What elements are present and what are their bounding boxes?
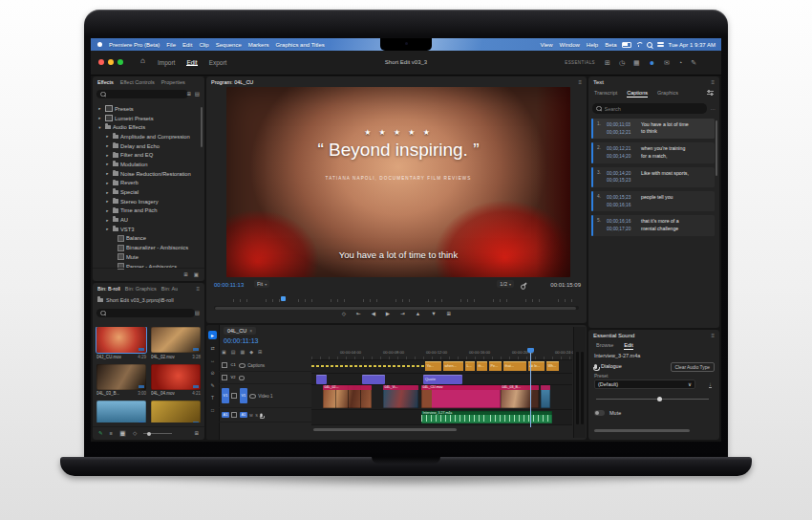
disclosure-triangle-icon[interactable]: ▸ — [105, 199, 110, 204]
program-scrollbar[interactable] — [214, 306, 579, 310]
mute-track-button[interactable]: M — [249, 413, 252, 418]
effects-tree-item[interactable]: ▸ Stereo Imagery — [95, 197, 200, 206]
menu-item[interactable]: Clip — [199, 42, 208, 48]
effects-tree-item[interactable]: Balance — [95, 234, 200, 244]
playhead-handle[interactable] — [527, 348, 534, 353]
track-badge[interactable]: A1 — [240, 412, 247, 418]
panel-title[interactable]: Text — [593, 79, 604, 85]
effects-tree-item[interactable]: ▸ Special — [95, 187, 200, 197]
disclosure-triangle-icon[interactable]: ▸ — [105, 190, 110, 195]
media-clip[interactable]: 04J_CU.mov 4:29 — [96, 327, 146, 359]
track-badge[interactable]: C1 — [230, 362, 237, 368]
thumbnail-view-icon[interactable]: ▦ — [119, 430, 126, 438]
more-options-icon[interactable]: … — [711, 106, 716, 112]
caption-clip[interactable]: Yo... — [425, 361, 441, 371]
effects-tree-item[interactable]: ▸ Filter and EQ — [95, 150, 200, 160]
zoom-fit-dropdown[interactable]: Fit▾ — [254, 280, 269, 288]
sound-panel-tab[interactable]: Browse — [596, 342, 613, 348]
voiceover-record-icon[interactable] — [261, 413, 263, 417]
spotlight-search-icon[interactable] — [647, 42, 652, 48]
effects-tree-item[interactable]: ▸ Time and Pitch — [95, 206, 200, 216]
video2-track[interactable]: Quote — [311, 374, 572, 385]
caption-clip[interactable]: that... — [503, 361, 526, 371]
media-clip[interactable] — [96, 401, 146, 422]
hand-tool[interactable]: □ — [208, 405, 217, 414]
video-clip[interactable] — [541, 385, 550, 408]
menubar-clock[interactable]: Tue Apr 1 9:37 AM — [669, 42, 716, 48]
workspace-overlay-icon[interactable]: ⊞ — [605, 59, 610, 66]
track-badge[interactable]: V1 — [240, 388, 247, 403]
overwrite-icon[interactable]: ▤ — [231, 350, 236, 355]
timeline-scrollbar[interactable] — [313, 428, 457, 431]
media-clip[interactable]: 04L_04.mov 4:21 — [151, 364, 201, 397]
view-tab[interactable]: Edit — [186, 55, 197, 70]
caption-settings-icon[interactable] — [707, 91, 714, 96]
menu-item[interactable]: Help — [587, 42, 598, 48]
edit-pencil-icon[interactable]: ✎ — [98, 431, 103, 437]
lock-icon[interactable] — [222, 362, 227, 368]
effects-tree-item[interactable]: ▸ Reverb — [95, 179, 200, 188]
caption-clip[interactable]: L... — [465, 361, 475, 371]
clip-thumbnail[interactable] — [151, 401, 201, 422]
video-clip[interactable]: 04L_03_B... — [501, 385, 539, 408]
export-frame-icon[interactable]: ⊞ — [447, 312, 452, 317]
graphic-clip[interactable] — [362, 375, 385, 384]
audio-clip[interactable]: Interview_3-27.m4a — [421, 411, 552, 423]
caption-text[interactable]: You have a lot of time to think — [641, 121, 689, 136]
effects-tree-item[interactable]: Mute — [95, 252, 200, 262]
media-clip[interactable]: 04L_02.mov 3:28 — [151, 327, 201, 359]
caption-text[interactable]: that it's more of a mental challenge — [641, 218, 689, 232]
panel-tab[interactable]: Effects — [97, 79, 114, 85]
video1-track-header[interactable]: V1 V1 Video 1 — [219, 384, 311, 408]
video2-track-header[interactable]: V2 — [219, 372, 311, 384]
caption-segment[interactable]: 3. 00;00;14;2000;00;15;23 Like with most… — [591, 167, 715, 187]
clear-audio-type-button[interactable]: Clear Audio Type — [671, 362, 715, 372]
menu-item[interactable]: Edit — [182, 42, 192, 48]
track-select-tool[interactable]: ⇄ — [208, 343, 217, 352]
intensity-slider[interactable] — [596, 399, 709, 400]
lock-icon[interactable] — [222, 375, 227, 380]
effects-tree-item[interactable]: ▾ Audio Effects — [95, 122, 200, 132]
effects-tree-item[interactable]: Binauralizer - Ambisonics — [95, 243, 200, 252]
bin-tab[interactable]: Bin: B-roll — [97, 286, 120, 292]
workspaces-icon[interactable]: ▦ — [633, 59, 640, 66]
toggle-track-output-icon[interactable] — [249, 394, 256, 399]
notifications-icon[interactable]: ◔ — [678, 59, 682, 66]
toggle-track-output-icon[interactable] — [239, 363, 246, 368]
media-clip[interactable]: 04L_03_B... 3:00 — [96, 364, 146, 397]
razor-tool[interactable]: ⊘ — [208, 368, 217, 377]
track-badge[interactable]: V2 — [230, 375, 237, 380]
play-icon[interactable]: ▶ — [386, 312, 390, 317]
panel-tab[interactable]: Properties — [161, 79, 185, 85]
program-monitor-label[interactable]: Program: 04L_CU — [211, 79, 253, 85]
new-custom-bin-icon[interactable]: ⊞ — [186, 92, 191, 98]
caption-segment[interactable]: 5. 00;00;16;1600;00;17;20 that it's more… — [591, 215, 715, 235]
slider-knob[interactable] — [657, 397, 662, 401]
sequence-tab[interactable]: 04L_CU × — [224, 327, 256, 335]
program-mini-timeline[interactable] — [214, 297, 579, 302]
caption-clip[interactable]: Wh... — [546, 361, 559, 371]
caption-segment[interactable]: 1. 00;00;11;0300;00;12;21 You have a lot… — [591, 119, 715, 139]
effects-tree-item[interactable]: ▸ Lumetri Presets — [95, 114, 200, 123]
program-playhead[interactable] — [281, 296, 286, 301]
disclosure-triangle-icon[interactable]: ▸ — [105, 208, 110, 213]
new-folder-icon[interactable]: ⊞ — [183, 272, 188, 278]
close-icon[interactable]: × — [249, 328, 252, 334]
timeline-tracks-area[interactable]: 00:00:04:0000:00:08:0000:00:12:0000:00:1… — [311, 325, 572, 440]
add-marker-icon[interactable]: ◇ — [342, 312, 346, 317]
disclosure-triangle-icon[interactable]: ▸ — [105, 162, 110, 166]
progress-dashboard-icon[interactable]: ◷ — [619, 59, 625, 66]
disclosure-triangle-icon[interactable]: ▾ — [97, 125, 102, 130]
disclosure-triangle-icon[interactable]: ▸ — [105, 227, 110, 231]
caption-track-header[interactable]: C1 Captions — [219, 359, 311, 372]
quick-export-icon[interactable]: ✎ — [691, 59, 696, 66]
new-preset-bin-icon[interactable]: ▤ — [195, 92, 200, 98]
effects-tree-item[interactable]: ▸ VST3 — [95, 225, 200, 234]
clip-thumbnail[interactable] — [96, 401, 146, 422]
lock-icon[interactable] — [231, 393, 237, 399]
effects-tree-item[interactable]: ▸ AU — [95, 215, 200, 225]
delete-icon[interactable]: ▣ — [194, 272, 199, 278]
bin-tab[interactable]: Bin: Au — [161, 286, 178, 292]
menu-item[interactable]: Premiere Pro (Beta) — [109, 42, 160, 48]
caption-timecodes[interactable]: 00;00;11;0300;00;12;21 — [607, 121, 638, 136]
